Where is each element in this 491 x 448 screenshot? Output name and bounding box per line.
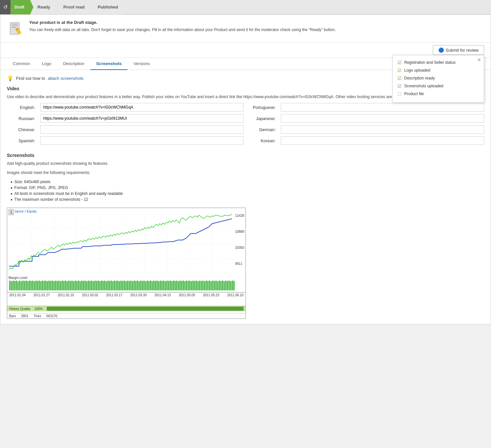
input-spanish[interactable]: [40, 136, 244, 145]
tip-text: Find out how to: [16, 76, 45, 81]
svg-rect-90: [122, 281, 123, 290]
input-portuguese[interactable]: [281, 103, 484, 112]
svg-rect-3: [11, 27, 16, 28]
stats-row: Bars 2801 Ticks 663170: [7, 313, 245, 319]
svg-rect-56: [66, 281, 68, 290]
svg-rect-106: [148, 281, 150, 290]
stage-draft[interactable]: Draft: [10, 0, 30, 14]
history-bar: [47, 307, 244, 311]
svg-rect-34: [30, 281, 32, 290]
svg-rect-139: [202, 281, 204, 290]
svg-rect-77: [101, 281, 102, 290]
lightbulb-icon: 💡: [7, 75, 13, 81]
main-content: Your product is at the Draft stage. You …: [0, 14, 491, 324]
svg-rect-131: [189, 281, 191, 290]
svg-rect-37: [35, 281, 37, 290]
svg-rect-76: [99, 281, 100, 290]
tab-versions[interactable]: Versions: [128, 58, 156, 70]
svg-rect-41: [42, 281, 43, 290]
tab-logo[interactable]: Logo: [36, 58, 57, 70]
draft-icon: [8, 21, 23, 36]
req-item-3: All texts in screenshots must be in Engl…: [11, 191, 484, 197]
svg-rect-147: [215, 281, 217, 290]
stage-tabs: Draft Ready Proof read Published: [10, 0, 124, 14]
svg-rect-75: [98, 281, 99, 290]
svg-rect-47: [52, 281, 53, 290]
info-icon: [7, 20, 24, 37]
svg-rect-84: [112, 281, 114, 290]
svg-rect-66: [83, 281, 84, 290]
svg-rect-140: [204, 281, 205, 290]
input-chinese[interactable]: [40, 125, 244, 134]
checklist-popup: ✕ ☑ Registration and Seller status ☑ Log…: [392, 55, 484, 103]
svg-rect-22: [11, 281, 12, 290]
svg-rect-146: [214, 281, 215, 290]
svg-rect-65: [81, 281, 82, 290]
svg-rect-92: [125, 281, 127, 290]
input-german[interactable]: [281, 125, 484, 134]
svg-rect-128: [184, 281, 186, 290]
stage-proofread[interactable]: Proof read: [56, 0, 90, 14]
checklist-label-2: Logo uploaded: [404, 68, 430, 73]
input-english[interactable]: [40, 103, 244, 112]
input-japanese[interactable]: [281, 114, 484, 123]
svg-rect-158: [233, 281, 235, 290]
stage-published[interactable]: Published: [90, 0, 124, 14]
tab-common[interactable]: Common: [7, 58, 36, 70]
svg-rect-89: [120, 281, 122, 290]
svg-rect-35: [32, 281, 33, 290]
svg-rect-59: [71, 281, 73, 290]
svg-rect-72: [93, 281, 94, 290]
tab-description[interactable]: Description: [57, 58, 90, 70]
svg-rect-87: [117, 281, 118, 290]
svg-rect-51: [58, 281, 60, 290]
svg-rect-46: [50, 281, 51, 290]
svg-rect-137: [199, 281, 200, 290]
svg-rect-110: [155, 281, 156, 290]
checklist-item-1: ☑ Registration and Seller status: [397, 59, 479, 66]
svg-rect-88: [119, 281, 120, 290]
svg-rect-108: [152, 281, 153, 290]
refresh-button[interactable]: ↺: [0, 0, 10, 14]
svg-rect-40: [40, 281, 42, 290]
svg-rect-38: [37, 281, 38, 290]
submit-review-button[interactable]: 🔵 Submit for review: [433, 45, 484, 55]
svg-rect-81: [107, 281, 109, 290]
svg-rect-101: [140, 281, 141, 290]
svg-rect-98: [135, 281, 136, 290]
info-description: You can freely edit data on all tabs. Do…: [29, 27, 484, 33]
svg-rect-48: [53, 281, 55, 290]
check-icon-4: ☑: [397, 83, 402, 89]
status-bar: ↺ Draft Ready Proof read Published: [0, 0, 491, 14]
svg-rect-64: [80, 281, 81, 290]
input-korean[interactable]: [281, 136, 484, 145]
requirements-list: Size: 640x480 pixels Format: GIF, PNG, J…: [11, 179, 484, 202]
svg-rect-33: [29, 281, 30, 290]
svg-rect-79: [104, 281, 105, 290]
svg-rect-144: [210, 281, 212, 290]
svg-rect-116: [165, 281, 166, 290]
svg-rect-152: [224, 281, 225, 290]
stage-ready[interactable]: Ready: [30, 0, 56, 14]
svg-rect-97: [134, 281, 135, 290]
svg-rect-119: [170, 281, 171, 290]
tab-screenshots[interactable]: Screenshots: [90, 58, 128, 70]
svg-rect-24: [14, 281, 15, 290]
svg-rect-2: [11, 26, 18, 26]
check-icon-1: ☑: [397, 60, 402, 65]
attach-screenshots-link[interactable]: attach screenshots: [48, 76, 83, 81]
margin-level-label: Margin Level: [9, 276, 27, 280]
input-russian[interactable]: [40, 114, 244, 123]
svg-rect-71: [91, 281, 92, 290]
checklist-item-2: ☑ Logo uploaded: [397, 66, 479, 74]
checklist-label-1: Registration and Seller status: [404, 60, 456, 65]
svg-rect-135: [196, 281, 197, 290]
checklist-close-button[interactable]: ✕: [477, 57, 481, 62]
svg-rect-91: [124, 281, 125, 290]
svg-rect-124: [178, 281, 179, 290]
svg-rect-134: [194, 281, 195, 290]
history-quality-row: History Quality 100%: [7, 306, 245, 311]
svg-rect-109: [153, 281, 155, 290]
svg-rect-141: [206, 281, 207, 290]
svg-rect-133: [192, 281, 194, 290]
